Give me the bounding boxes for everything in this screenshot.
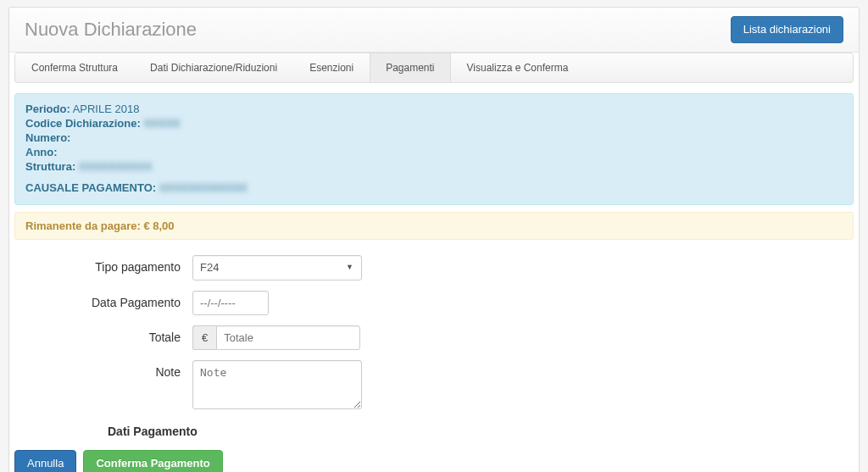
remaining-value: € 8,00 bbox=[143, 219, 174, 232]
tipo-pagamento-select[interactable]: F24 bbox=[192, 255, 362, 280]
causale-pagamento-value: XXXXXXXXXXXX bbox=[159, 181, 248, 194]
page-header: Nuova Dichiarazione Lista dichiarazioni bbox=[9, 8, 859, 53]
remaining-to-pay-box: Rimanente da pagare: € 8,00 bbox=[14, 212, 854, 240]
tab-dati-dichiarazione[interactable]: Dati Dichiarazione/Riduzioni bbox=[134, 53, 293, 82]
totale-label: Totale bbox=[14, 325, 192, 344]
tab-pagamenti[interactable]: Pagamenti bbox=[370, 53, 450, 82]
codice-dichiarazione-label: Codice Dichiarazione: bbox=[25, 117, 141, 130]
tipo-pagamento-label: Tipo pagamento bbox=[14, 255, 192, 274]
tabs-bar: Conferma Struttura Dati Dichiarazione/Ri… bbox=[14, 53, 854, 83]
totale-input[interactable] bbox=[216, 325, 360, 350]
data-pagamento-input[interactable] bbox=[192, 291, 269, 315]
struttura-label: Struttura: bbox=[25, 160, 75, 173]
struttura-value: XXXXXXXXXX bbox=[79, 160, 153, 173]
dati-pagamento-title: Dati Pagamento bbox=[14, 425, 854, 438]
tab-conferma-struttura[interactable]: Conferma Struttura bbox=[15, 53, 134, 82]
numero-label: Numero: bbox=[25, 131, 70, 144]
remaining-label: Rimanente da pagare: bbox=[25, 219, 143, 232]
annulla-button[interactable]: Annulla bbox=[14, 450, 76, 472]
list-declarations-button[interactable]: Lista dichiarazioni bbox=[731, 16, 843, 43]
periodo-label: Periodo: bbox=[25, 103, 70, 115]
euro-addon: € bbox=[192, 325, 216, 350]
codice-dichiarazione-value: XXXXX bbox=[143, 117, 180, 130]
page-title: Nuova Dichiarazione bbox=[25, 19, 197, 41]
note-label: Note bbox=[14, 360, 192, 379]
note-textarea[interactable] bbox=[192, 360, 362, 409]
conferma-pagamento-button[interactable]: Conferma Pagamento bbox=[83, 450, 222, 472]
periodo-value: APRILE 2018 bbox=[73, 103, 140, 115]
declaration-info-box: Periodo: APRILE 2018 Codice Dichiarazion… bbox=[14, 93, 854, 205]
data-pagamento-label: Data Pagamento bbox=[14, 291, 192, 309]
tab-visualizza-conferma[interactable]: Visualizza e Conferma bbox=[451, 53, 585, 82]
anno-label: Anno: bbox=[25, 146, 58, 158]
tab-esenzioni[interactable]: Esenzioni bbox=[293, 53, 370, 82]
causale-pagamento-label: CAUSALE PAGAMENTO: bbox=[25, 181, 156, 194]
